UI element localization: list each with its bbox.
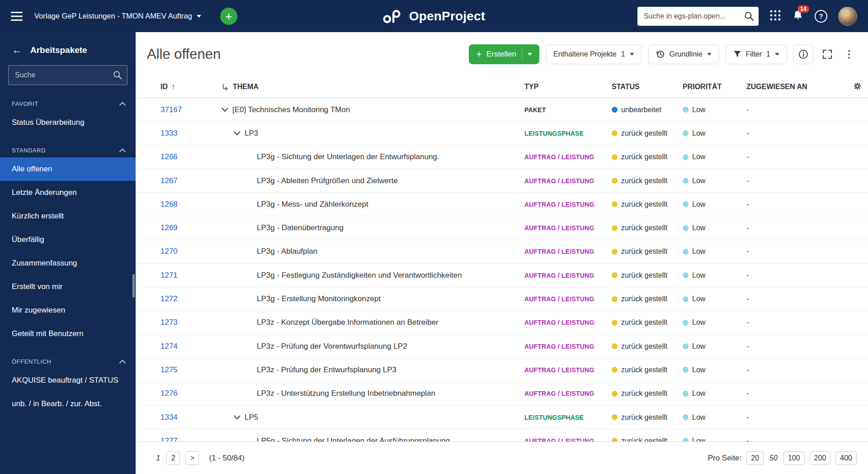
row-id-link[interactable]: 1270 (160, 247, 178, 256)
sidebar-item[interactable]: Überfällig (0, 228, 136, 251)
sidebar-section-header[interactable]: ÖFFENTLICH (0, 346, 136, 369)
next-page-button[interactable]: > (185, 451, 199, 465)
row-status-label: zurück gestellt (621, 129, 667, 137)
sidebar-sections: FAVORIT Status Überarbeitung STANDARD Al… (0, 88, 136, 416)
page-2-button[interactable]: 2 (166, 451, 180, 465)
sidebar-scrollbar[interactable] (132, 274, 135, 298)
table-row[interactable]: 1268 LP3g - Mess- und Zählerkonzept AUFT… (136, 193, 868, 216)
column-label: ZUGEWIESEN AN (746, 83, 807, 91)
menu-icon[interactable] (11, 12, 23, 21)
row-thema: LP3g - Ablaufplan (257, 247, 317, 256)
table-row[interactable]: 1334 LP5 LEISTUNGSPHASE zurück gestellt … (136, 406, 868, 429)
column-header-zugewiesen[interactable]: ZUGEWIESEN AN (746, 83, 847, 91)
row-id-link[interactable]: 1276 (160, 389, 178, 398)
table-row[interactable]: 37167 [E0] Technisches Monitoring TMon P… (136, 98, 868, 122)
table-row[interactable]: 1272 LP3g - Erstellung Monitoringkonzept… (136, 287, 868, 311)
per-page-option[interactable]: 100 (783, 451, 805, 465)
sidebar-item[interactable]: Mir zugewiesen (0, 299, 136, 322)
sidebar-section-header[interactable]: STANDARD (0, 134, 136, 157)
create-button[interactable]: + Erstellen (469, 44, 539, 64)
chevron-down-icon[interactable] (234, 131, 245, 136)
sidebar-item[interactable]: unb. / in Bearb. / zur. Abst. (0, 392, 136, 416)
table-row[interactable]: 1271 LP3g - Festlegung Zuständigkeiten u… (136, 264, 868, 287)
status-dot (612, 367, 618, 373)
row-id-link[interactable]: 1275 (160, 365, 178, 374)
filter-button[interactable]: Filter 1 (726, 44, 787, 64)
column-header-prioritaet[interactable]: PRIORITÄT (683, 83, 746, 91)
priority-dot (683, 414, 689, 420)
table-row[interactable]: 1273 LP3z - Konzept Übergabe Information… (136, 311, 868, 335)
table-row[interactable]: 1333 LP3 LEISTUNGSPHASE zurück gestellt … (136, 122, 868, 145)
column-header-thema[interactable]: THEMA (222, 83, 524, 91)
column-header-typ[interactable]: TYP (524, 83, 612, 91)
openproject-logo[interactable]: OpenProject (383, 9, 486, 24)
row-id-link[interactable]: 1334 (160, 413, 178, 422)
row-id-link[interactable]: 1277 (160, 436, 178, 441)
help-icon[interactable]: ? (815, 10, 827, 23)
search-icon[interactable] (744, 11, 754, 21)
table-row[interactable]: 1270 LP3g - Ablaufplan AUFTRAG / LEISTUN… (136, 240, 868, 264)
sort-asc-icon: ↑ (171, 83, 175, 91)
row-id-link[interactable]: 1333 (160, 129, 178, 138)
sidebar-item[interactable]: AKQUISE beauftragt / STATUS (0, 369, 136, 392)
apps-grid-icon[interactable] (769, 9, 781, 23)
sidebar-item[interactable]: Alle offenen (0, 157, 136, 181)
global-search-input[interactable] (637, 7, 759, 26)
row-id-link[interactable]: 1267 (160, 176, 178, 185)
row-assignee: - (746, 247, 847, 256)
hierarchy-icon[interactable] (222, 83, 229, 91)
sidebar-item[interactable]: Kürzlich erstellt (0, 204, 136, 228)
table-row[interactable]: 1274 LP3z - Prüfung der Vorentwurfsplanu… (136, 335, 868, 358)
sidebar-item[interactable]: Letzte Änderungen (0, 181, 136, 204)
row-id-link[interactable]: 1274 (160, 342, 178, 351)
row-priority-label: Low (692, 177, 705, 185)
search-icon[interactable] (113, 71, 122, 80)
sidebar-search-input[interactable] (8, 65, 127, 85)
fullscreen-icon[interactable] (820, 44, 835, 64)
top-header: Vorlage GeP Leistungen - TMON AMEV Auftr… (0, 0, 868, 32)
sidebar-item[interactable]: Zusammenfassung (0, 251, 136, 275)
chevron-down-icon[interactable] (234, 415, 245, 420)
back-icon[interactable]: ← (12, 45, 22, 55)
table-row[interactable]: 1269 LP3g - Datenübertragung AUFTRAG / L… (136, 216, 868, 240)
row-priority-label: Low (692, 106, 705, 114)
chevron-down-icon[interactable] (222, 108, 232, 112)
row-id-link[interactable]: 37167 (160, 105, 182, 114)
column-header-status[interactable]: STATUS (612, 83, 683, 91)
per-page-option[interactable]: 50 (769, 452, 778, 465)
row-id-link[interactable]: 1272 (160, 294, 178, 303)
sidebar-item[interactable]: Erstellt von mir (0, 275, 136, 299)
sidebar-item[interactable]: Status Überarbeitung (0, 111, 136, 134)
column-label: ID (160, 83, 168, 91)
project-selector[interactable]: Vorlage GeP Leistungen - TMON AMEV Auftr… (34, 12, 201, 20)
table-row[interactable]: 1267 LP3g - Ableiten Prüfgrößen und Ziel… (136, 169, 868, 193)
row-id-link[interactable]: 1269 (160, 223, 178, 232)
row-id-link[interactable]: 1271 (160, 271, 178, 280)
row-id-link[interactable]: 1268 (160, 200, 178, 209)
info-icon[interactable] (793, 44, 813, 64)
quick-add-button[interactable]: + (220, 8, 237, 25)
table-row[interactable]: 1275 LP3z - Prüfung der Entwurfsplanung … (136, 358, 868, 382)
sidebar-section-header[interactable]: FAVORIT (0, 88, 136, 111)
row-priority-label: Low (692, 247, 705, 256)
table-row[interactable]: 1277 LP5g - Sichtung der Unterlagen der … (136, 429, 868, 441)
row-status-label: zurück gestellt (621, 295, 667, 303)
row-typ: AUFTRAG / LEISTUNG (524, 366, 594, 374)
per-page-option[interactable]: 400 (835, 451, 857, 465)
table-row[interactable]: 1266 LP3g - Sichtung der Unterlagen der … (136, 146, 868, 169)
baseline-button[interactable]: Grundlinie (648, 44, 719, 64)
per-page-option[interactable]: 20 (746, 451, 764, 465)
avatar[interactable] (838, 7, 857, 26)
row-id-link[interactable]: 1266 (160, 152, 178, 161)
priority-dot (683, 320, 689, 326)
bell-icon[interactable]: 14 (792, 9, 804, 23)
row-id-link[interactable]: 1273 (160, 318, 178, 327)
sidebar-item[interactable]: Geteilt mit Benutzern (0, 322, 136, 346)
table-row[interactable]: 1276 LP3z - Unterstützung Erstellung Inb… (136, 382, 868, 406)
per-page-option[interactable]: 200 (810, 451, 831, 465)
included-projects-button[interactable]: Enthaltene Projekte 1 (546, 44, 642, 64)
priority-dot (683, 225, 689, 231)
kebab-menu-icon[interactable]: ⋮ (841, 44, 857, 64)
gear-icon[interactable] (853, 82, 862, 92)
column-header-id[interactable]: ID ↑ (160, 83, 222, 91)
